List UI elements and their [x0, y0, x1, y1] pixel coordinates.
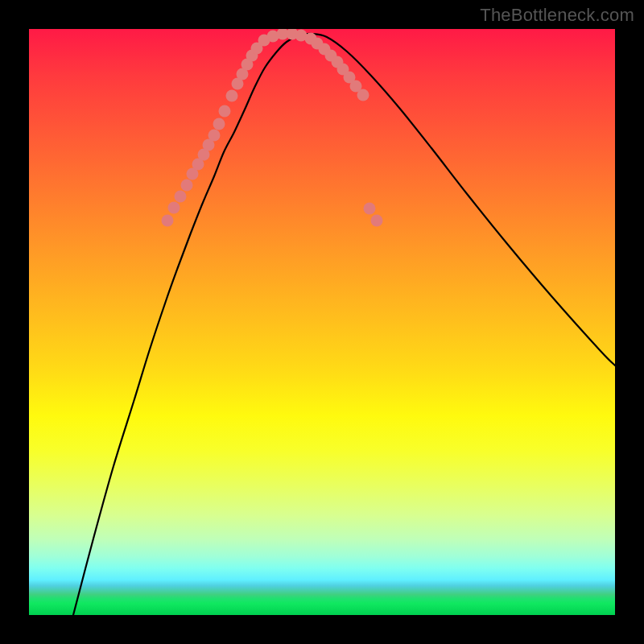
watermark-text: TheBottleneck.com: [480, 5, 634, 26]
marker-dot: [364, 203, 376, 215]
marker-dot: [219, 105, 231, 118]
marker-dot: [213, 118, 225, 130]
marker-dots-right: [305, 33, 383, 227]
marker-dot: [162, 215, 174, 227]
chart-frame: TheBottleneck.com: [0, 0, 644, 644]
marker-dot: [371, 215, 383, 227]
marker-dot: [168, 202, 180, 214]
marker-dot: [357, 89, 369, 101]
marker-dots-bottom: [258, 29, 308, 47]
curve-svg: [29, 29, 615, 615]
marker-dot: [208, 130, 221, 142]
plot-area: [29, 29, 615, 615]
marker-dots-left: [162, 43, 263, 227]
marker-dot: [175, 191, 187, 203]
bottleneck-curve: [73, 34, 615, 615]
marker-dot: [181, 180, 193, 192]
marker-dot: [226, 90, 238, 102]
